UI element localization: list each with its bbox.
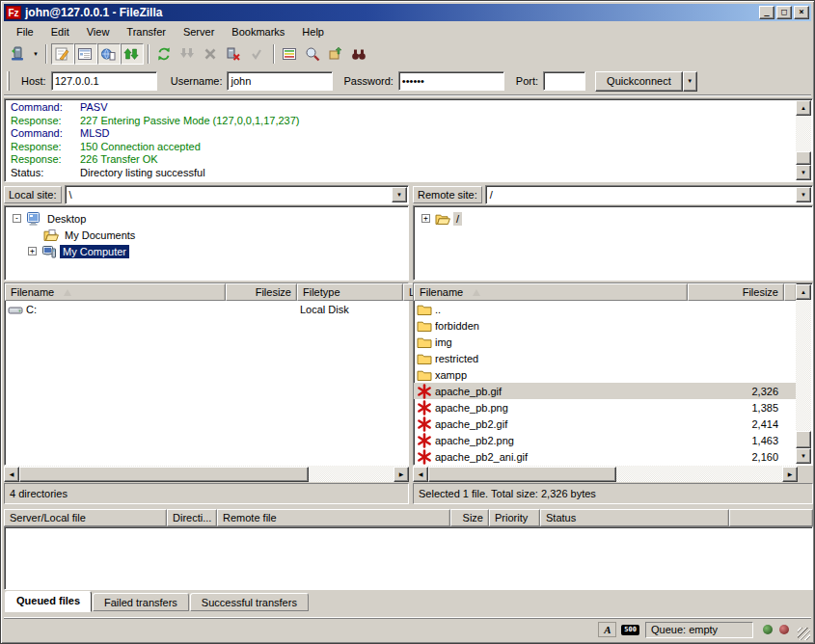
tree-item-my-computer[interactable]: + My Computer [28, 243, 129, 259]
chevron-down-icon[interactable]: ▼ [796, 187, 811, 202]
log-text: PASV [80, 101, 108, 115]
toolbar-grip[interactable] [7, 71, 10, 91]
scrollbar-thumb[interactable] [428, 467, 616, 482]
menu-bookmarks[interactable]: Bookmarks [223, 23, 293, 40]
remote-site-bar: Remote site: /▼ [413, 184, 813, 204]
minimize-button[interactable]: _ [759, 6, 774, 19]
reconnect-button[interactable] [246, 43, 269, 65]
directory-comparison-button[interactable] [279, 43, 302, 65]
toggle-remote-tree-button[interactable] [97, 43, 121, 65]
local-hscrollbar[interactable]: ◀ ▶ [4, 466, 409, 482]
column-label: Filename [420, 286, 463, 298]
log-scrollbar[interactable]: ▲ ▼ [796, 100, 811, 180]
password-input[interactable] [398, 71, 504, 91]
column-filename[interactable]: Filename [5, 283, 226, 301]
tree-item-desktop[interactable]: - Desktop [13, 210, 89, 227]
remote-site-combo[interactable]: /▼ [485, 185, 813, 204]
file-row[interactable]: apache_pb2_ani.gif2,160 [414, 448, 797, 465]
file-row-selected[interactable]: apache_pb.gif2,326 [414, 383, 797, 399]
expand-icon[interactable]: + [421, 214, 430, 223]
column-server-local-file[interactable]: Server/Local file [4, 509, 167, 526]
remote-tree: + / [413, 205, 813, 281]
scroll-up-icon[interactable]: ▲ [796, 284, 811, 300]
filter-button[interactable] [325, 43, 348, 65]
column-size[interactable]: Size [450, 509, 489, 526]
scroll-down-icon[interactable]: ▼ [796, 448, 811, 464]
port-input[interactable] [543, 71, 585, 91]
synchronized-browsing-button[interactable] [302, 43, 325, 65]
expand-icon[interactable]: + [28, 247, 37, 255]
log-text: 150 Connection accepted [80, 141, 201, 154]
site-manager-button[interactable] [7, 43, 30, 65]
column-remote-file[interactable]: Remote file [217, 509, 450, 526]
collapse-icon[interactable]: - [13, 214, 21, 223]
disconnect-button[interactable] [223, 43, 246, 65]
title-bar[interactable]: Fz john@127.0.0.1 - FileZilla _ □ × [4, 4, 811, 21]
file-type: Local Disk [298, 304, 404, 315]
toolbar-separator [273, 44, 275, 64]
tab-queued-files[interactable]: Queued files [5, 591, 92, 612]
column-status[interactable]: Status [540, 509, 729, 526]
process-queue-button[interactable] [177, 43, 200, 65]
scroll-right-icon[interactable]: ▶ [782, 467, 798, 482]
column-filename[interactable]: Filename [414, 283, 688, 301]
toggle-queue-button[interactable] [121, 43, 144, 65]
log-line: Response:227 Entering Passive Mode (127,… [5, 115, 812, 128]
cancel-button[interactable] [200, 43, 223, 65]
file-row[interactable]: apache_pb.png1,385 [414, 399, 797, 416]
column-filesize[interactable]: Filesize [688, 283, 784, 301]
scrollbar-thumb[interactable] [796, 151, 811, 165]
file-row[interactable]: apache_pb2.gif2,414 [414, 416, 797, 432]
toggle-local-tree-button[interactable] [74, 43, 97, 65]
menu-file[interactable]: File [8, 23, 42, 40]
resize-grip[interactable] [798, 628, 810, 640]
menu-server[interactable]: Server [175, 23, 223, 40]
remote-hscrollbar[interactable]: ◀ ▶ [413, 466, 798, 482]
file-name: xampp [435, 369, 688, 381]
file-row[interactable]: restricted [414, 350, 797, 366]
host-input[interactable] [51, 71, 157, 91]
find-files-button[interactable] [348, 43, 371, 65]
column-filetype[interactable]: Filetype [297, 283, 403, 301]
column-filesize[interactable]: Filesize [226, 283, 297, 301]
menu-bar: File Edit View Transfer Server Bookmarks… [4, 22, 811, 41]
scrollbar-thumb[interactable] [796, 431, 811, 448]
tree-item-my-documents[interactable]: My Documents [43, 227, 138, 243]
refresh-button[interactable] [153, 43, 177, 65]
quickconnect-button[interactable]: Quickconnect [595, 71, 683, 92]
remote-list-scrollbar[interactable]: ▲ ▼ [796, 284, 811, 464]
file-row[interactable]: .. [414, 301, 797, 317]
log-type: Status: [11, 167, 80, 180]
file-name: apache_pb2.png [435, 435, 688, 446]
file-row[interactable]: C: Local Disk [5, 301, 408, 317]
tab-successful-transfers[interactable]: Successful transfers [190, 593, 309, 611]
menu-edit[interactable]: Edit [42, 23, 78, 40]
username-input[interactable] [227, 71, 333, 91]
file-row[interactable]: apache_pb2.png1,463 [414, 432, 797, 448]
file-row[interactable]: xampp [414, 366, 797, 383]
menu-view[interactable]: View [78, 23, 119, 40]
quickconnect-dropdown[interactable]: ▼ [683, 71, 697, 92]
close-button[interactable]: × [794, 6, 809, 19]
file-row[interactable]: img [414, 334, 797, 350]
scrollbar-thumb[interactable] [19, 467, 309, 482]
maximize-button[interactable]: □ [776, 6, 792, 19]
menu-help[interactable]: Help [293, 23, 333, 40]
log-text: 226 Transfer OK [80, 153, 158, 167]
tab-failed-transfers[interactable]: Failed transfers [93, 593, 189, 611]
tree-item-root[interactable]: + / [421, 210, 462, 227]
column-priority[interactable]: Priority [489, 509, 540, 526]
scroll-left-icon[interactable]: ◀ [413, 467, 428, 482]
file-row[interactable]: forbidden [414, 317, 797, 334]
column-direction[interactable]: Directi... [167, 509, 217, 526]
site-manager-dropdown[interactable]: ▼ [30, 43, 41, 65]
chevron-down-icon[interactable]: ▼ [392, 187, 407, 202]
toggle-log-button[interactable] [51, 43, 74, 65]
scroll-right-icon[interactable]: ▶ [394, 467, 409, 482]
scroll-up-icon[interactable]: ▲ [796, 100, 811, 116]
scroll-down-icon[interactable]: ▼ [796, 165, 811, 180]
scroll-left-icon[interactable]: ◀ [4, 467, 19, 482]
local-site-combo[interactable]: \▼ [65, 185, 409, 204]
menu-transfer[interactable]: Transfer [118, 23, 175, 40]
tree-item-label: / [453, 212, 462, 226]
